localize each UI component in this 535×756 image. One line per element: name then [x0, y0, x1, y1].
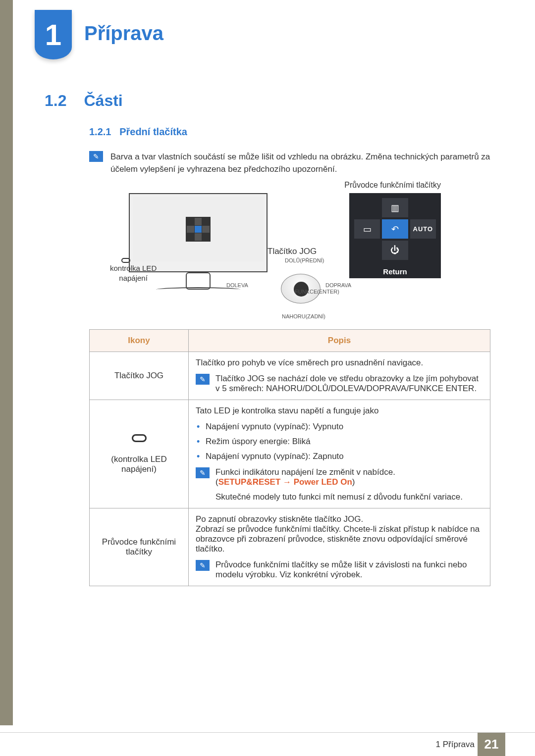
table-header-icons: Ikony: [90, 330, 189, 352]
jog-direction-center: FUNKCE(ENTER): [295, 289, 339, 295]
subsection-title: Přední tlačítka: [119, 126, 187, 137]
power-led-marker: [121, 258, 130, 263]
onscreen-guide-icon: [186, 217, 211, 242]
side-stripe: [0, 0, 13, 725]
jog-direction-left: DOLEVA: [226, 282, 248, 288]
section-heading: 1.2 Části: [45, 92, 123, 110]
jog-direction-down: NAHORU(ZADNÍ): [282, 313, 325, 319]
page-number: 21: [478, 733, 505, 756]
function-key-guide-label: Průvodce funkčními tlačítky: [344, 181, 441, 190]
cell-icon-led: (kontrolka LED napájení): [90, 400, 189, 508]
setup-path: SETUP&RESET → Power LED On: [218, 477, 352, 487]
function-key-guide-panel: ▥ ▭ ↶ AUTO ⏻: [349, 193, 441, 265]
auto-key-label: AUTO: [410, 219, 436, 239]
page-footer: 1 Příprava 21: [0, 732, 535, 756]
subsection-number: 1.2.1: [89, 126, 111, 137]
table-row: (kontrolka LED napájení) Tato LED je kon…: [90, 400, 490, 508]
list-item: Napájení vypnuto (vypínač): Zapnuto: [196, 452, 483, 461]
table-row: Průvodce funkčními tlačítky Po zapnutí o…: [90, 508, 490, 586]
power-led-label: kontrolka LED napájení: [110, 263, 157, 283]
cell-icon-guide: Průvodce funkčními tlačítky: [90, 508, 189, 586]
return-label: Return: [349, 265, 441, 278]
power-icon: ⏻: [382, 241, 408, 260]
monitor-screen: [133, 197, 264, 261]
table-header-description: Popis: [189, 330, 490, 352]
footer-chapter-ref: 1 Příprava: [436, 740, 475, 750]
chapter-title: Příprava: [84, 22, 163, 45]
cell-note-text: Tlačítko JOG se nachází dole ve středu o…: [215, 374, 483, 394]
cell-desc-guide: Po zapnutí obrazovky stiskněte tlačítko …: [189, 508, 490, 586]
menu-icon: ▥: [382, 198, 408, 217]
source-icon: ▭: [354, 219, 380, 239]
section-number: 1.2: [45, 92, 66, 110]
section-title: Části: [84, 92, 122, 110]
figure-front-buttons: Průvodce funkčními tlačítky ▥ ▭ ↶ AUTO ⏻…: [89, 181, 456, 327]
cell-desc-led: Tato LED je kontrolka stavu napětí a fun…: [189, 400, 490, 508]
cell-icon-jog: Tlačítko JOG: [90, 352, 189, 400]
note-icon: ✎: [89, 151, 103, 162]
note-icon: ✎: [196, 374, 210, 385]
note-icon: ✎: [196, 560, 210, 571]
table-row: Tlačítko JOG Tlačítko pro pohyb ve více …: [90, 352, 490, 400]
led-status-list: Napájení vypnuto (vypínač): Vypnuto Reži…: [196, 422, 483, 461]
jog-direction-up: DOLŮ(PŘEDNÍ): [285, 257, 324, 263]
intro-note-text: Barva a tvar vlastních součástí se může …: [110, 151, 490, 175]
cell-note-text: Funkci indikátoru napájení lze změnit v …: [215, 467, 463, 502]
return-icon: ↶: [382, 219, 408, 239]
jog-button-label: Tlačítko JOG: [268, 247, 317, 256]
cell-desc-jog: Tlačítko pro pohyb ve více směrech pro u…: [189, 352, 490, 400]
list-item: Napájení vypnuto (vypínač): Vypnuto: [196, 422, 483, 432]
intro-note: ✎ Barva a tvar vlastních součástí se můž…: [89, 151, 490, 175]
cell-note-text: Průvodce funkčními tlačítky se může liši…: [215, 560, 483, 580]
icons-description-table: Ikony Popis Tlačítko JOG Tlačítko pro po…: [89, 329, 490, 586]
list-item: Režim úspory energie: Bliká: [196, 437, 483, 447]
jog-button-diagram: DOLŮ(PŘEDNÍ) DOLEVA DOPRAVA FUNKCE(ENTER…: [246, 260, 355, 317]
jog-direction-right: DOPRAVA: [325, 282, 351, 288]
led-icon: [132, 434, 147, 442]
chapter-number-tab: 1: [35, 10, 72, 59]
subsection-heading: 1.2.1 Přední tlačítka: [89, 126, 187, 138]
note-icon: ✎: [196, 467, 210, 478]
